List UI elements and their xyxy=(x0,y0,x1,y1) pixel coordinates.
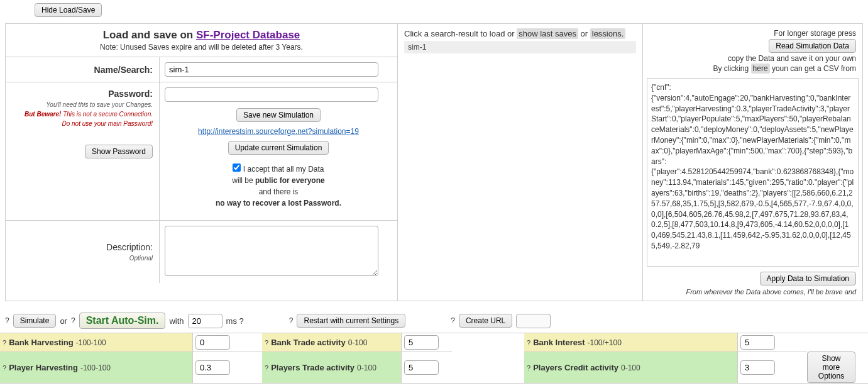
players-trade-range: 0-100 xyxy=(357,363,376,372)
simulation-controls: ? Simulate or ? Start Auto-Sim. with ms … xyxy=(5,313,863,329)
name-search-input[interactable] xyxy=(165,62,378,77)
ms-input[interactable] xyxy=(188,314,222,328)
here-chip[interactable]: here xyxy=(751,64,770,74)
bank-harvest-range: -100-100 xyxy=(76,338,106,347)
expire-note: Note: Unused Saves expire and will be de… xyxy=(12,43,391,52)
name-search-label: Name/Search: xyxy=(94,65,153,75)
bank-interest-range: -100/+100 xyxy=(588,338,622,347)
password-input[interactable] xyxy=(165,87,378,102)
simulation-link[interactable]: http://interestsim.sourceforge.net?simul… xyxy=(198,127,359,136)
sf-project-link[interactable]: SF-Project Database xyxy=(196,29,300,41)
description-label: Description: xyxy=(106,242,153,252)
simulate-help[interactable]: ? xyxy=(5,316,9,325)
apply-data-button[interactable]: Apply Data to Simulation xyxy=(760,272,856,285)
restart-button[interactable]: Restart with current Settings xyxy=(297,314,405,328)
parameter-sliders: ? Bank Harvesting -100-100 ? Bank Trade … xyxy=(0,333,868,384)
load-save-panel: Load and save on SF-Project Database Not… xyxy=(5,23,398,301)
players-credit-help[interactable]: ? xyxy=(527,364,530,372)
start-auto-sim-button[interactable]: Start Auto-Sim. xyxy=(79,313,166,329)
read-simulation-data-button[interactable]: Read Simulation Data xyxy=(769,39,856,53)
save-new-simulation-button[interactable]: Save new Simulation xyxy=(236,108,321,122)
lessions-chip[interactable]: lessions. xyxy=(590,28,626,39)
password-label: Password: xyxy=(108,89,153,99)
accept-disclaimer: I accept that all my Data will be public… xyxy=(171,164,386,209)
csv-note: By clicking here youn can get a CSV from xyxy=(649,64,856,73)
players-credit-label: Players Credit activity xyxy=(533,363,618,372)
autosim-help[interactable]: ? xyxy=(71,316,75,325)
players-trade-label: Players Trade activity xyxy=(271,363,354,372)
update-simulation-button[interactable]: Update current Simulation xyxy=(228,141,329,155)
storage-note: For longer storage press xyxy=(649,29,856,38)
load-save-header: Load and save on SF-Project Database Not… xyxy=(6,24,397,57)
createurl-help[interactable]: ? xyxy=(451,316,455,325)
bank-harvest-label: Bank Harvesting xyxy=(9,338,74,347)
accept-checkbox[interactable] xyxy=(233,164,241,172)
bank-trade-help[interactable]: ? xyxy=(265,339,268,346)
bank-trade-range: 0-100 xyxy=(348,338,368,347)
brave-note: From wherever the Data above comes, I'll… xyxy=(649,288,856,296)
bank-harvest-input[interactable] xyxy=(195,335,230,350)
restart-help[interactable]: ? xyxy=(289,316,294,325)
password-sub3: Do not use your main Password! xyxy=(62,120,153,127)
heading-text: Load and save on xyxy=(103,29,196,41)
password-sub1: You'll need this to save your Changes. xyxy=(46,101,153,108)
description-input[interactable] xyxy=(165,226,378,276)
players-credit-range: 0-100 xyxy=(621,363,640,372)
player-harvest-range: -100-100 xyxy=(80,363,111,372)
show-password-button[interactable]: Show Password xyxy=(85,145,153,158)
url-input[interactable] xyxy=(516,314,551,328)
with-text: with xyxy=(169,316,184,326)
show-more-options-button[interactable]: Show more Options xyxy=(807,352,855,383)
or-text: or xyxy=(60,316,67,326)
copy-note: copy the Data and save it on your own xyxy=(649,54,856,63)
simulate-button[interactable]: Simulate xyxy=(13,314,57,328)
simulation-data-text[interactable]: {"cnf": {"version":4,"autoEngage":20,"ba… xyxy=(647,78,859,267)
description-sub: Optional xyxy=(129,255,153,262)
bank-interest-help[interactable]: ? xyxy=(527,339,530,346)
bank-trade-label: Bank Trade activity xyxy=(271,338,346,347)
bank-trade-input[interactable] xyxy=(404,335,439,350)
search-term-display: sim-1 xyxy=(404,41,636,53)
bank-interest-input[interactable] xyxy=(740,335,775,350)
players-trade-input[interactable] xyxy=(404,360,439,375)
search-instruction: Click a search-result to load or xyxy=(404,29,517,38)
show-last-saves-chip[interactable]: show last saves xyxy=(517,28,578,39)
password-sub2: But Beware! This is not a secure Connect… xyxy=(25,111,153,118)
ms-text: ms ? xyxy=(226,316,244,326)
player-harvest-label: Player Harvesting xyxy=(9,363,78,372)
simulation-data-panel: For longer storage press Read Simulation… xyxy=(643,23,863,301)
player-harvest-input[interactable] xyxy=(195,360,230,375)
bank-interest-label: Bank Interest xyxy=(533,338,585,347)
hide-load-save-button[interactable]: Hide Load/Save xyxy=(35,3,102,17)
players-trade-help[interactable]: ? xyxy=(265,364,268,372)
player-harvest-help[interactable]: ? xyxy=(3,364,6,372)
create-url-button[interactable]: Create URL xyxy=(459,314,512,328)
players-credit-input[interactable] xyxy=(740,360,775,375)
bank-harvest-help[interactable]: ? xyxy=(3,339,6,346)
search-results-panel: Click a search-result to load or show la… xyxy=(398,23,643,301)
